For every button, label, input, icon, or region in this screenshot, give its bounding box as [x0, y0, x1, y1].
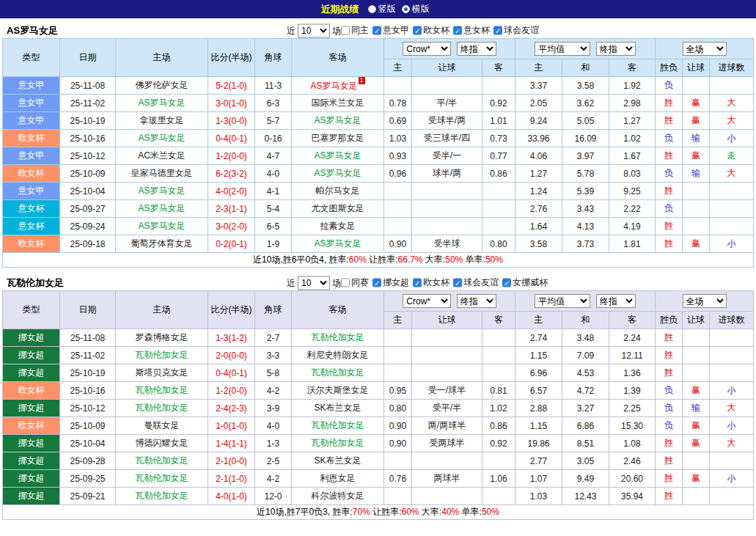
match-score[interactable]: 0-4(0-1) — [208, 364, 255, 382]
away-team[interactable]: 瓦勒伦加女足 — [292, 364, 384, 382]
match-score[interactable]: 0-2(0-1) — [208, 235, 255, 253]
match-score[interactable]: 6-2(3-2) — [208, 165, 255, 183]
match-score[interactable]: 2-1(0-0) — [208, 452, 255, 470]
home-team[interactable]: 瓦勒伦加女足 — [116, 488, 208, 505]
match-score[interactable]: 1-3(0-0) — [208, 112, 255, 130]
match-score[interactable]: 4-0(1-0) — [208, 488, 255, 505]
away-team[interactable]: SK布兰女足 — [292, 452, 384, 470]
home-team[interactable]: 瓦勒伦加女足 — [116, 382, 208, 400]
match-score[interactable]: 1-0(1-0) — [208, 417, 255, 435]
match-count-select[interactable]: 10 — [298, 276, 330, 290]
match-score[interactable]: 1-3(1-2) — [208, 329, 255, 347]
asia-company-select[interactable]: Crow* — [403, 42, 451, 56]
match-score[interactable]: 5-2(1-0) — [208, 77, 255, 95]
home-team[interactable]: AC米兰女足 — [116, 147, 208, 165]
checkbox-icon[interactable] — [341, 278, 350, 287]
away-team[interactable]: 瓦勒伦加女足 — [292, 435, 384, 452]
away-team[interactable]: AS罗马女足1 — [292, 77, 384, 95]
away-team[interactable]: AS罗马女足 — [292, 165, 384, 183]
match-score[interactable]: 3-0(1-0) — [208, 95, 255, 112]
match-score[interactable]: 3-0(2-0) — [208, 218, 255, 235]
checkbox-icon[interactable] — [413, 26, 422, 34]
home-team[interactable]: AS罗马女足 — [116, 183, 208, 200]
home-team[interactable]: 皇家马德里女足 — [116, 165, 208, 183]
checkbox-icon[interactable] — [493, 26, 502, 34]
away-team[interactable]: AS罗马女足 — [292, 147, 384, 165]
match-score[interactable]: 2-3(1-1) — [208, 200, 255, 218]
match-score[interactable]: 2-1(1-0) — [208, 470, 255, 488]
away-team[interactable]: AS罗马女足 — [292, 112, 384, 130]
corners: 0-16 — [255, 130, 292, 147]
league-filter-checkbox[interactable]: 女挪威杯 — [502, 276, 548, 289]
asia-kind-select[interactable]: 终指 — [457, 42, 496, 56]
match-score[interactable]: 2-4(2-3) — [208, 400, 255, 417]
europe-kind-select[interactable]: 终指 — [596, 294, 636, 308]
layout-option[interactable]: 横版 — [402, 3, 430, 15]
scope-select[interactable]: 全场 — [683, 294, 727, 308]
away-team[interactable]: 尤文图斯女足 — [292, 200, 384, 218]
league-filter-checkboxes: 同赛挪女超欧女杯球会友谊女挪威杯 — [341, 276, 551, 290]
checkbox-icon[interactable] — [453, 278, 462, 287]
league-filter-checkbox[interactable]: 球会友谊 — [453, 276, 499, 289]
league-filter-checkbox[interactable]: 同主 — [341, 24, 369, 37]
away-team[interactable]: AS罗马女足 — [292, 235, 384, 253]
home-team[interactable]: AS罗马女足 — [116, 200, 208, 218]
eu-draw-odds: 4.72 — [562, 382, 609, 400]
checkbox-label: 球会友谊 — [463, 276, 499, 289]
league-filter-checkbox[interactable]: 意女甲 — [373, 24, 409, 37]
league-filter-checkbox[interactable]: 意女杯 — [453, 24, 490, 37]
away-team[interactable]: 瓦勒伦加女足 — [292, 417, 384, 435]
match-score[interactable]: 1-2(0-0) — [208, 147, 255, 165]
asia-kind-select[interactable]: 终指 — [457, 294, 496, 308]
league-filter-checkbox[interactable]: 欧女杯 — [413, 24, 449, 37]
checkbox-icon[interactable] — [453, 26, 462, 34]
home-team[interactable]: 瓦勒伦加女足 — [116, 470, 208, 488]
match-score[interactable]: 0-4(0-1) — [208, 130, 255, 147]
home-team[interactable]: 罗森博格女足 — [116, 329, 208, 347]
home-team[interactable]: 曼联女足 — [116, 417, 208, 435]
away-team[interactable]: 巴塞罗那女足 — [292, 130, 384, 147]
europe-company-select[interactable]: 平均值 — [535, 294, 590, 308]
layout-option[interactable]: 竖版 — [368, 3, 396, 15]
away-team[interactable]: 利恩女足 — [292, 470, 384, 488]
radio-icon[interactable] — [368, 5, 376, 13]
away-team[interactable]: 拉素女足 — [292, 218, 384, 235]
away-team[interactable]: 沃尔夫斯堡女足 — [292, 382, 384, 400]
league-filter-checkbox[interactable]: 球会友谊 — [493, 24, 539, 37]
checkbox-icon[interactable] — [373, 278, 381, 287]
match-score[interactable]: 1-2(0-0) — [208, 382, 255, 400]
league-filter-checkbox[interactable]: 挪女超 — [373, 276, 409, 289]
home-team[interactable]: 瓦勒伦加女足 — [116, 400, 208, 417]
match-count-select[interactable]: 10 — [298, 23, 330, 37]
checkbox-icon[interactable] — [502, 278, 511, 287]
europe-company-select[interactable]: 平均值 — [535, 42, 590, 56]
match-score[interactable]: 2-0(0-0) — [208, 347, 255, 364]
match-score[interactable]: 4-0(2-0) — [208, 183, 255, 200]
home-team[interactable]: 佛罗伦萨女足 — [116, 77, 208, 95]
scope-select[interactable]: 全场 — [683, 42, 727, 56]
home-team[interactable]: AS罗马女足 — [116, 218, 208, 235]
radio-icon[interactable] — [402, 5, 410, 13]
home-team[interactable]: 瓦勒伦加女足 — [116, 347, 208, 364]
home-team[interactable]: AS罗马女足 — [116, 130, 208, 147]
home-team[interactable]: 瓦勒伦加女足 — [116, 452, 208, 470]
home-team[interactable]: AS罗马女足 — [116, 95, 208, 112]
europe-kind-select[interactable]: 终指 — [596, 42, 636, 56]
home-team[interactable]: 博德闪耀女足 — [116, 435, 208, 452]
away-team[interactable]: SK布兰女足 — [292, 400, 384, 417]
league-filter-checkbox[interactable]: 欧女杯 — [413, 276, 449, 289]
checkbox-icon[interactable] — [373, 26, 381, 34]
away-team[interactable]: 国际米兰女足 — [292, 95, 384, 112]
checkbox-icon[interactable] — [413, 278, 422, 287]
match-score[interactable]: 1-4(1-1) — [208, 435, 255, 452]
checkbox-icon[interactable] — [341, 26, 350, 34]
away-team[interactable]: 帕尔马女足 — [292, 183, 384, 200]
league-filter-checkbox[interactable]: 同赛 — [341, 276, 369, 289]
away-team[interactable]: 科尔波特女足 — [292, 488, 384, 505]
home-team[interactable]: 拿玻里女足 — [116, 112, 208, 130]
home-team[interactable]: 葡萄牙体育女足 — [116, 235, 208, 253]
away-team[interactable]: 瓦勒伦加女足 — [292, 329, 384, 347]
asia-company-select[interactable]: Crow* — [403, 294, 451, 308]
away-team[interactable]: 利尼史特朗女足 — [292, 347, 384, 364]
home-team[interactable]: 斯塔贝克女足 — [116, 364, 208, 382]
